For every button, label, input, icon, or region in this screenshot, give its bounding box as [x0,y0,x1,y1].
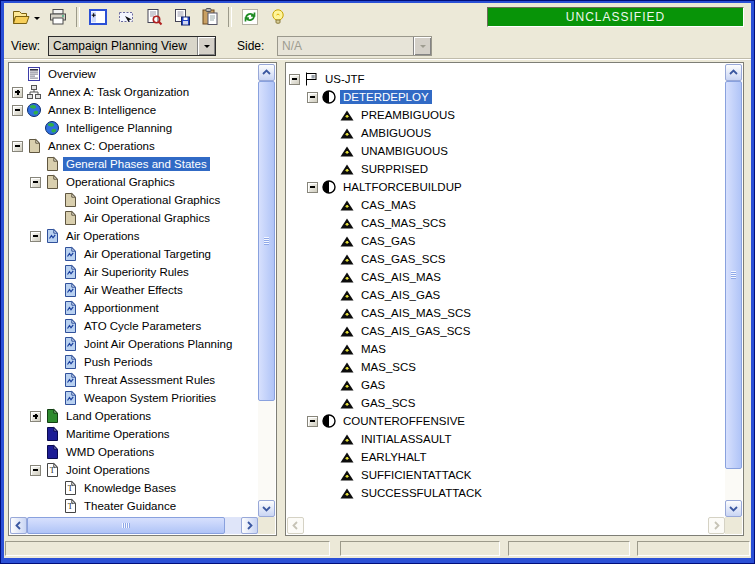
paste-button[interactable] [196,5,224,29]
tree-row[interactable]: MAS_SCS [287,358,726,376]
tree-row[interactable]: Air Superiority Rules [10,263,259,281]
tree-row[interactable]: General Phases and States [10,155,259,173]
minus-expander-icon[interactable] [307,416,318,427]
tree-row[interactable]: COUNTEROFFENSIVE [287,412,726,430]
new-window-button[interactable] [84,5,112,29]
tree-row[interactable]: Apportionment [10,299,259,317]
tree-row[interactable]: INITIALASSAULT [287,430,726,448]
tree-row[interactable]: Annex A: Task Organization [10,83,259,101]
left-vertical-scrollbar[interactable] [258,64,275,517]
tree-row[interactable]: Annex B: Intelligence [10,101,259,119]
tree-row[interactable]: Annex C: Operations [10,137,259,155]
view-select[interactable]: Campaign Planning View [48,36,216,56]
tree-row[interactable]: CAS_MAS_SCS [287,214,726,232]
state-icon [339,287,355,303]
view-select-arrow[interactable] [197,37,215,55]
tree-row[interactable]: WMD Operations [10,443,259,461]
tree-row[interactable]: Overview [10,65,259,83]
plus-expander-icon[interactable] [12,87,23,98]
tree-row[interactable]: MAS [287,340,726,358]
tree-row[interactable]: Joint Air Operations Planning [10,335,259,353]
minus-expander-icon[interactable] [30,177,41,188]
tree-row[interactable]: CAS_AIS_GAS [287,286,726,304]
tree-row[interactable]: Weapon System Priorities [10,389,259,407]
tree-row[interactable]: Air Operational Targeting [10,245,259,263]
hint-button[interactable] [264,5,292,29]
select-region-button[interactable] [112,5,140,29]
tree-row[interactable]: CAS_GAS [287,232,726,250]
scroll-down-button[interactable] [258,500,275,517]
tree-row[interactable]: CAS_AIS_GAS_SCS [287,322,726,340]
tree-row[interactable]: TKnowledge Bases [10,479,259,497]
print-button[interactable] [44,5,72,29]
tree-row[interactable]: Air Weather Effects [10,281,259,299]
state-icon [339,251,355,267]
minus-expander-icon[interactable] [30,465,41,476]
minus-expander-icon[interactable] [289,74,300,85]
tree-row[interactable]: UNAMBIGUOUS [287,142,726,160]
tree-row[interactable]: ATO Cycle Parameters [10,317,259,335]
status-bar [4,540,751,558]
minus-expander-icon[interactable] [307,182,318,193]
scrollbar-thumb[interactable] [725,81,742,469]
tree-row[interactable]: CAS_AIS_MAS [287,268,726,286]
phase-icon [321,179,337,195]
tree-row[interactable]: Land Operations [10,407,259,425]
tree-row[interactable]: SUCCESSFULATTACK [287,484,726,502]
tree-label: Overview [45,67,99,81]
open-button[interactable] [7,5,44,29]
minus-expander-icon[interactable] [30,231,41,242]
tree-row[interactable]: US-JTF [287,70,726,88]
tree-row[interactable]: EARLYHALT [287,448,726,466]
tree-row[interactable]: Air Operations [10,227,259,245]
tree-row[interactable]: TJoint Operations [10,461,259,479]
navigation-tree: OverviewAnnex A: Task OrganizationAnnex … [10,65,259,518]
tree-row[interactable]: Intelligence Planning [10,119,259,137]
state-icon [339,233,355,249]
view-select-value: Campaign Planning View [49,37,197,55]
tree-row[interactable]: TTheater Guidance [10,497,259,515]
tree-row[interactable]: Joint Operational Graphics [10,191,259,209]
tree-row[interactable]: GAS_SCS [287,394,726,412]
state-icon [339,143,355,159]
scroll-up-button[interactable] [725,64,742,81]
scrollbar-thumb[interactable] [258,81,275,401]
tree-row[interactable]: Maritime Operations [10,425,259,443]
save-document-button[interactable] [168,5,196,29]
tree-label: Joint Air Operations Planning [81,337,235,351]
window-border: UNCLASSIFIED View: Campaign Planning Vie… [1,1,754,563]
tree-row[interactable]: HALTFORCEBUILDUP [287,178,726,196]
scrollbar-corner [725,517,742,534]
tree-row[interactable]: GAS [287,376,726,394]
tree-row[interactable]: SUFFICIENTATTACK [287,466,726,484]
tree-row[interactable]: SURPRISED [287,160,726,178]
minus-expander-icon[interactable] [12,105,23,116]
right-vertical-scrollbar[interactable] [725,64,742,517]
tree-row[interactable]: Threat Assessment Rules [10,371,259,389]
scroll-right-button[interactable] [241,517,258,534]
tree-row[interactable]: CAS_GAS_SCS [287,250,726,268]
left-horizontal-scrollbar[interactable] [10,517,258,534]
tree-row[interactable]: Air Operational Graphics [10,209,259,227]
refresh-button[interactable] [236,5,264,29]
tree-row[interactable]: CAS_AIS_MAS_SCS [287,304,726,322]
view-label: View: [11,39,40,53]
tree-row[interactable]: Push Periods [10,353,259,371]
tree-row[interactable]: Operational Graphics [10,173,259,191]
scroll-left-button[interactable] [10,517,27,534]
note-blue-icon [62,246,78,262]
scrollbar-thumb[interactable] [27,517,225,534]
svg-text:T: T [68,502,73,511]
tree-row[interactable]: PREAMBIGUOUS [287,106,726,124]
tree-label: Push Periods [81,355,155,369]
minus-expander-icon[interactable] [12,141,23,152]
tree-row[interactable]: CAS_MAS [287,196,726,214]
tree-row[interactable]: AMBIGUOUS [287,124,726,142]
note-blue-icon [62,336,78,352]
scroll-down-button[interactable] [725,500,742,517]
plus-expander-icon[interactable] [30,411,41,422]
scroll-up-button[interactable] [258,64,275,81]
minus-expander-icon[interactable] [307,92,318,103]
tree-row[interactable]: DETERDEPLOY [287,88,726,106]
find-document-button[interactable] [140,5,168,29]
